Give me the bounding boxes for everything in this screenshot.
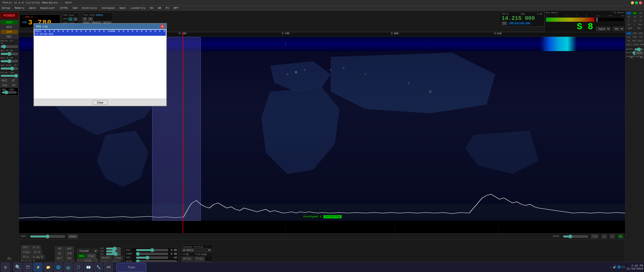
vac-slider[interactable] bbox=[106, 253, 121, 255]
mic-select[interactable]: Mic bbox=[613, 27, 624, 31]
zoom-1x-button[interactable]: 1x bbox=[601, 234, 607, 238]
band-10-button[interactable]: 10 bbox=[626, 23, 631, 26]
band-60-button[interactable]: 60 bbox=[638, 12, 643, 15]
multirx-button[interactable]: MultiRX bbox=[100, 256, 112, 260]
mode-digl-button[interactable]: DIGL bbox=[626, 43, 632, 47]
b-to-a-button[interactable]: B < A bbox=[32, 250, 42, 254]
seq-log-close-button[interactable]: ✕ bbox=[160, 24, 164, 28]
menu-spot[interactable]: Spot bbox=[119, 7, 127, 10]
taskbar-icon-1[interactable]: 🔍 bbox=[13, 263, 22, 272]
mode-lsb-button[interactable]: LSB bbox=[626, 32, 631, 35]
clear-button[interactable]: Clear bbox=[93, 100, 108, 105]
slow-button[interactable]: Slow bbox=[1, 83, 9, 87]
snb-button[interactable]: SNB bbox=[65, 251, 74, 256]
nb-button[interactable]: NB bbox=[55, 251, 64, 256]
menu-setup[interactable]: Setup bbox=[1, 7, 11, 10]
mode-spec-button[interactable]: SPEC bbox=[637, 39, 643, 43]
rx2-af-slider[interactable] bbox=[1, 60, 18, 63]
close-button[interactable] bbox=[639, 1, 642, 4]
menu-pi[interactable]: PI bbox=[165, 7, 170, 10]
agc-button[interactable]: AGC bbox=[1, 78, 9, 83]
rec-button[interactable]: REC bbox=[1, 35, 18, 39]
zoom-slider[interactable] bbox=[563, 235, 588, 238]
dup-button[interactable]: DUP bbox=[1, 30, 18, 34]
taskbar-icon-10[interactable]: 🎮 bbox=[104, 263, 113, 272]
mode-am-button[interactable]: AM bbox=[626, 39, 631, 43]
avg-button[interactable]: AVG bbox=[77, 254, 86, 258]
seq-log-content[interactable]: DXCC 0 0 0 0 0 0 0 0 0 0 0 0 0 0 13498 0… bbox=[34, 29, 166, 99]
menu-wave[interactable]: Wave bbox=[28, 7, 36, 10]
low-filter-select[interactable]: Low bbox=[630, 55, 634, 59]
mode-drm-button[interactable]: DRM bbox=[640, 43, 644, 47]
band-17-button[interactable]: 17 bbox=[626, 19, 631, 23]
menu-equalizer[interactable]: Equalizer bbox=[39, 7, 56, 10]
fast-button[interactable]: 20s bbox=[10, 83, 18, 87]
mode-digu-button[interactable]: DIGU bbox=[633, 43, 639, 47]
menu-memory[interactable]: Memory bbox=[14, 7, 25, 10]
mode-sam-button[interactable]: SAM bbox=[631, 39, 636, 43]
vfo-a-button[interactable]: A bbox=[68, 17, 72, 21]
taskbar-icon-5[interactable]: 🌐 bbox=[54, 263, 63, 272]
minimize-button[interactable] bbox=[631, 1, 634, 4]
master-af-slider[interactable] bbox=[1, 45, 18, 48]
mode-cwl-button[interactable]: CWL bbox=[626, 36, 631, 39]
start-button[interactable]: ⊞ bbox=[1, 263, 10, 272]
splt-button[interactable]: SPLT bbox=[21, 245, 30, 250]
power-button[interactable]: POWER bbox=[1, 13, 18, 19]
mic-slider[interactable] bbox=[136, 249, 168, 252]
mode-cwu-button[interactable]: CWU bbox=[632, 36, 637, 39]
rx-eq-button[interactable]: RX EQ bbox=[181, 257, 193, 261]
menu-wb[interactable]: WB bbox=[157, 7, 162, 10]
band-swl-button[interactable]: SWL bbox=[635, 27, 643, 30]
at-button[interactable]: AT bbox=[10, 78, 18, 83]
high-input[interactable] bbox=[202, 253, 212, 256]
active-app-button[interactable]: Thetis bbox=[116, 263, 146, 272]
menu-xvtrs[interactable]: XVTRs bbox=[59, 7, 69, 10]
band-30-button[interactable]: 30 bbox=[632, 15, 637, 19]
tune-up-button[interactable]: ► bbox=[88, 17, 93, 21]
band-12-button[interactable]: 12 bbox=[638, 19, 643, 23]
tx-eq-button[interactable]: TX EQ bbox=[194, 257, 205, 261]
taskbar-icon-9[interactable]: 🔧 bbox=[94, 263, 103, 272]
comp-slider[interactable] bbox=[136, 252, 168, 255]
menu-ra[interactable]: RA bbox=[149, 7, 154, 10]
taskbar-icon-8[interactable]: 📧 bbox=[84, 263, 93, 272]
beat-button[interactable]: 0 Beat bbox=[21, 250, 32, 254]
menu-bpf[interactable]: BPF bbox=[173, 7, 179, 10]
panafall-select[interactable]: Panafall Panadapter Waterfall bbox=[77, 249, 98, 253]
band-40-button[interactable]: 40 bbox=[626, 15, 631, 19]
menu-diversity[interactable]: Diversity bbox=[81, 7, 98, 10]
menu-collapse[interactable]: Collapse bbox=[101, 7, 116, 10]
taskbar-icon-6[interactable]: 📺 bbox=[64, 263, 73, 272]
signal-select[interactable]: Signal bbox=[596, 27, 611, 31]
agc-gain-slider[interactable] bbox=[1, 67, 18, 70]
band-20-button[interactable]: 20 bbox=[638, 15, 643, 19]
band-wwv-button[interactable]: WWV bbox=[626, 27, 634, 30]
mode-usb-button[interactable]: USB bbox=[632, 32, 637, 35]
bin-button[interactable]: BIN bbox=[65, 256, 74, 260]
tx-profile-select[interactable]: 4K RACK bbox=[181, 248, 212, 252]
mut-button[interactable]: MUT bbox=[55, 256, 64, 260]
taskbar-icon-7[interactable]: 🎵 bbox=[74, 263, 83, 272]
center-button[interactable]: Center bbox=[68, 235, 77, 238]
zoom-05x-button[interactable]: 0.5x bbox=[591, 234, 598, 238]
zoom-2x-button[interactable]: 2x bbox=[610, 234, 615, 238]
a-eq-b-button[interactable]: A ◄► B bbox=[31, 255, 45, 259]
taskbar-icon-2[interactable]: 🗔 bbox=[23, 263, 32, 272]
taskbar-icon-4[interactable]: 📁 bbox=[44, 263, 53, 272]
band-6-button[interactable]: 6 bbox=[632, 23, 637, 26]
vox-slider[interactable] bbox=[136, 256, 168, 259]
rx1-af-slider[interactable] bbox=[1, 52, 18, 55]
maximize-button[interactable] bbox=[635, 1, 638, 4]
peak-button[interactable]: Peak bbox=[87, 254, 96, 258]
sql-slider[interactable] bbox=[2, 91, 17, 94]
low-input[interactable] bbox=[186, 253, 195, 256]
tune-down-button[interactable]: ◄ bbox=[83, 17, 87, 21]
anf-button[interactable]: ANF bbox=[65, 247, 74, 251]
tf-sv-button[interactable]: TF>V bbox=[21, 255, 31, 259]
band-15-button[interactable]: 15 bbox=[632, 19, 637, 23]
nr-button[interactable]: NR bbox=[55, 247, 64, 251]
swap-button[interactable]: Swap bbox=[113, 256, 123, 260]
reset-button[interactable]: Reset bbox=[635, 51, 643, 55]
mon-button[interactable]: MON bbox=[1, 20, 18, 24]
